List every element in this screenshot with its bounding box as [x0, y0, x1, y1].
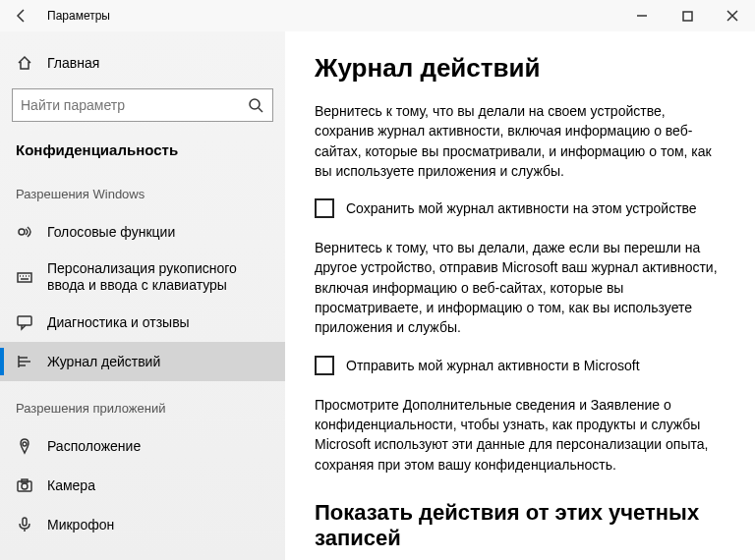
sidebar-item-location[interactable]: Расположение	[0, 426, 285, 466]
camera-icon	[16, 476, 33, 494]
sidebar-item-label: Журнал действий	[47, 354, 269, 370]
group-windows-permissions: Разрешения Windows	[0, 177, 285, 212]
sidebar-home[interactable]: Главная	[0, 43, 285, 83]
sidebar-item-microphone[interactable]: Микрофон	[0, 505, 285, 544]
maximize-icon	[682, 11, 693, 22]
svg-rect-3	[18, 273, 31, 282]
sidebar-item-label: Камера	[47, 477, 269, 494]
window-title: Параметры	[43, 9, 619, 23]
sidebar-item-diagnostics[interactable]: Диагностика и отзывы	[0, 303, 285, 342]
group-apps-label: Разрешения приложений	[16, 401, 269, 417]
svg-point-1	[250, 99, 260, 109]
microphone-icon	[16, 516, 33, 533]
checkbox-send-microsoft[interactable]: Отправить мой журнал активности в Micros…	[315, 356, 727, 375]
speech-icon	[16, 223, 33, 241]
activity-icon	[16, 353, 33, 370]
sidebar-item-label: Персонализация рукописного ввода и ввода…	[47, 260, 269, 294]
checkbox-label: Отправить мой журнал активности в Micros…	[346, 358, 640, 373]
description-1: Вернитесь к тому, что вы делали на своем…	[315, 101, 727, 181]
svg-rect-9	[23, 518, 27, 526]
back-button[interactable]	[0, 0, 43, 31]
sidebar-item-label: Микрофон	[47, 517, 269, 533]
home-icon	[16, 54, 33, 72]
sidebar-item-activity-history[interactable]: Журнал действий	[0, 342, 285, 381]
close-icon	[726, 10, 738, 22]
section-heading-accounts: Показать действия от этих учетных записе…	[315, 500, 727, 551]
checkbox-store-local[interactable]: Сохранить мой журнал активности на этом …	[315, 198, 727, 218]
checkbox-box	[315, 198, 334, 218]
checkbox-label: Сохранить мой журнал активности на этом …	[346, 200, 697, 216]
keyboard-icon	[16, 268, 33, 286]
svg-rect-4	[18, 316, 31, 325]
sidebar-home-label: Главная	[47, 55, 269, 72]
sidebar-item-label: Расположение	[47, 438, 269, 455]
checkbox-box	[315, 356, 334, 375]
sidebar-item-camera[interactable]: Камера	[0, 466, 285, 505]
feedback-icon	[16, 313, 33, 331]
page-title: Журнал действий	[315, 53, 727, 84]
svg-point-7	[22, 483, 28, 489]
maximize-button[interactable]	[665, 0, 710, 31]
sidebar-item-inking[interactable]: Персонализация рукописного ввода и ввода…	[0, 252, 285, 303]
search-box[interactable]	[12, 88, 273, 122]
close-button[interactable]	[710, 0, 755, 31]
location-icon	[16, 437, 33, 455]
group-windows-label: Разрешения Windows	[16, 187, 269, 202]
svg-point-2	[19, 229, 25, 235]
minimize-icon	[636, 10, 648, 22]
sidebar: Главная Конфиденциальность Разрешения Wi…	[0, 31, 285, 560]
group-app-permissions: Разрешения приложений	[0, 391, 285, 426]
svg-rect-0	[683, 12, 692, 21]
current-section: Конфиденциальность	[0, 132, 285, 167]
description-3: Просмотрите Дополнительные сведения и За…	[315, 395, 727, 475]
minimize-button[interactable]	[619, 0, 665, 31]
arrow-left-icon	[14, 8, 29, 24]
search-input[interactable]	[21, 97, 247, 113]
sidebar-item-label: Диагностика и отзывы	[47, 314, 269, 331]
sidebar-item-speech[interactable]: Голосовые функции	[0, 212, 285, 252]
content-pane: Журнал действий Вернитесь к тому, что вы…	[285, 31, 755, 560]
svg-point-5	[23, 442, 27, 446]
sidebar-item-label: Голосовые функции	[47, 224, 269, 241]
search-icon	[247, 96, 264, 114]
description-2: Вернитесь к тому, что вы делали, даже ес…	[315, 238, 727, 337]
